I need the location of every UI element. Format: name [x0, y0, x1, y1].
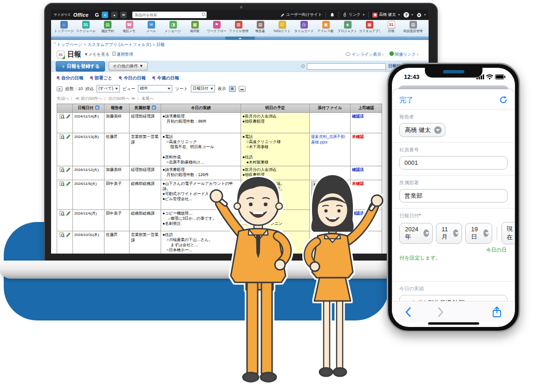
appbar-item-12[interactable]: ▣アドレス帳	[315, 21, 337, 33]
appbar-item-4[interactable]: ✉メール	[140, 21, 162, 33]
launcher-mail-icon[interactable]: ✉	[120, 12, 127, 18]
divider	[393, 208, 514, 209]
pager-next[interactable]: 次の50件へ ≫	[108, 96, 135, 101]
filter-by-department[interactable]: 部署ごと	[90, 75, 112, 81]
appbar-item-7[interactable]: ⚑ワークフロー	[206, 21, 228, 33]
memo-toggle-link[interactable]: ▼メモを見る	[84, 52, 110, 58]
breadcrumb-nippo[interactable]: 日報	[156, 42, 165, 47]
cell-department: 営業部第一営業課	[130, 231, 161, 254]
sort-dropdown-icon[interactable]	[152, 105, 156, 110]
display-grid-button[interactable]: ▦	[229, 86, 236, 92]
set-today-button[interactable]: 現在	[501, 222, 514, 244]
user-site-link[interactable]: ユーザー向けサイト	[280, 12, 322, 18]
launcher-g-icon[interactable]: G	[95, 12, 99, 18]
view-detail-icon[interactable]	[59, 167, 65, 172]
app-icon: ▥	[235, 21, 242, 28]
share-button[interactable]	[492, 306, 502, 318]
appbar-item-9[interactable]: ▤報告書	[249, 21, 271, 33]
sort-dropdown-icon[interactable]	[95, 105, 99, 110]
reporter-select[interactable]: 高橋 健太	[399, 123, 445, 137]
year-select[interactable]: 2024年	[399, 223, 433, 244]
launcher-cloud-icon[interactable]: ●	[111, 12, 117, 18]
register-report-button[interactable]: ＋日報を登録する	[56, 61, 105, 72]
row-action-icons[interactable]	[57, 210, 73, 231]
edit-pencil-icon[interactable]	[66, 211, 71, 216]
row-action-icons[interactable]	[57, 166, 73, 180]
inline-view-menu[interactable]: インライン表示	[345, 52, 384, 58]
appbar-collapse-button[interactable]	[225, 37, 255, 40]
report-search-input[interactable]	[307, 63, 386, 70]
chevron-down-circle-icon	[483, 229, 488, 237]
row-action-icons[interactable]	[57, 113, 73, 133]
filter-this-week[interactable]: 今週の日報	[152, 75, 179, 81]
appbar-item-8[interactable]: ▥ファイル管理	[228, 21, 249, 33]
row-action-icons[interactable]	[57, 231, 73, 254]
settings-menu[interactable]	[417, 13, 426, 18]
view-select[interactable]: 標準	[138, 85, 172, 92]
attachment-file-link[interactable]: 提案資料_吉原不動産様.pptx	[311, 134, 345, 144]
month-select[interactable]: 11月	[436, 223, 462, 244]
appbar-item-15[interactable]: 31日報	[380, 21, 402, 33]
help-menu[interactable]: ?	[404, 12, 413, 18]
notification-bell-button[interactable]	[330, 13, 335, 18]
column-header-1[interactable]: 日報日付	[73, 104, 104, 113]
appbar-item-10[interactable]: ☑ToDoリスト	[271, 21, 293, 33]
edit-pencil-icon[interactable]	[66, 134, 71, 139]
edit-pencil-icon[interactable]	[66, 181, 71, 186]
inline-view-label: インライン表示	[352, 52, 381, 57]
narrow-select[interactable]: (すべて)	[97, 85, 120, 92]
list-mode-icon[interactable]: ▸	[57, 86, 63, 91]
register-report-label: 日報を登録する	[67, 63, 100, 70]
filter-today[interactable]: 今日の日報	[119, 75, 146, 81]
view-detail-icon[interactable]	[59, 211, 65, 216]
appbar-item-14[interactable]: ▦カスタムアプリ	[358, 21, 380, 33]
appbar-item-3[interactable]: ☎電話メモ	[118, 21, 140, 33]
employee-no-input[interactable]	[399, 156, 508, 170]
appbar-item-16[interactable]: ▤商談進捗管理	[402, 21, 424, 33]
edit-pencil-icon[interactable]	[66, 232, 71, 237]
breadcrumb-top[interactable]: トップページ	[57, 42, 82, 47]
view-detail-icon[interactable]	[59, 114, 65, 119]
appbar-item-5[interactable]: ◨メッセージ	[162, 21, 184, 33]
appbar-item-13[interactable]: ◈プロジェクト	[337, 21, 358, 33]
appbar-item-0[interactable]: ⌂トップページ	[53, 21, 75, 33]
appbar-item-1[interactable]: 31スケジュール	[75, 21, 97, 33]
search-icon[interactable]	[202, 13, 205, 16]
done-button[interactable]: 完了	[399, 96, 413, 105]
back-button[interactable]	[405, 307, 411, 317]
row-action-icons[interactable]	[57, 133, 73, 166]
column-header-3[interactable]: 所属部署	[130, 104, 161, 113]
pager-first[interactable]: 先頭へ	[57, 96, 69, 101]
filter-my-reports[interactable]: 自分の日報	[57, 75, 84, 81]
related-links-menu[interactable]: 関連リンク	[390, 52, 418, 58]
refresh-button[interactable]	[499, 96, 508, 104]
display-list-button[interactable]: ▬	[239, 86, 246, 92]
appbar-item-11[interactable]: ◷タイムカード	[293, 21, 315, 33]
admin-link[interactable]: 運用管理	[112, 52, 133, 58]
sort-select[interactable]: 日報日付	[191, 85, 215, 92]
pager-prev[interactable]: ≪ 前の50件へ	[75, 96, 102, 101]
day-select[interactable]: 19日	[465, 223, 492, 244]
view-detail-icon[interactable]	[59, 134, 65, 139]
forward-button[interactable]	[437, 307, 444, 317]
more-actions-button[interactable]: その他の操作 ▼	[109, 62, 148, 71]
links-menu[interactable]: リンク	[343, 12, 365, 18]
home-indicator[interactable]	[428, 322, 479, 325]
date-helper-line1: 今日の日	[399, 246, 508, 254]
appbar-item-6[interactable]: ▦掲示板	[184, 21, 206, 33]
breadcrumb-customapp[interactable]: カスタムアプリ (ルートフォルダ)	[87, 42, 151, 47]
user-site-label: ユーザー向けサイト	[286, 12, 322, 18]
department-input[interactable]	[399, 189, 508, 203]
edit-pencil-icon[interactable]	[66, 114, 71, 119]
edit-pencil-icon[interactable]	[66, 167, 71, 172]
view-detail-icon[interactable]	[59, 232, 65, 237]
launcher-office-icon[interactable]: o	[102, 12, 108, 18]
row-action-icons[interactable]	[57, 180, 73, 210]
appbar-item-2[interactable]: ▤施設予約	[97, 21, 118, 33]
user-menu[interactable]: 高橋 健太	[372, 12, 400, 18]
today-results-textarea[interactable]: ・すずき製作所様 訪問 ・提案資料作成 ・お客様コール3件	[399, 295, 508, 301]
view-detail-icon[interactable]	[59, 181, 65, 186]
column-header-4: 今日の実績	[161, 104, 241, 113]
product-search-input[interactable]	[132, 12, 207, 18]
pager-last[interactable]: 末尾へ	[142, 96, 154, 101]
